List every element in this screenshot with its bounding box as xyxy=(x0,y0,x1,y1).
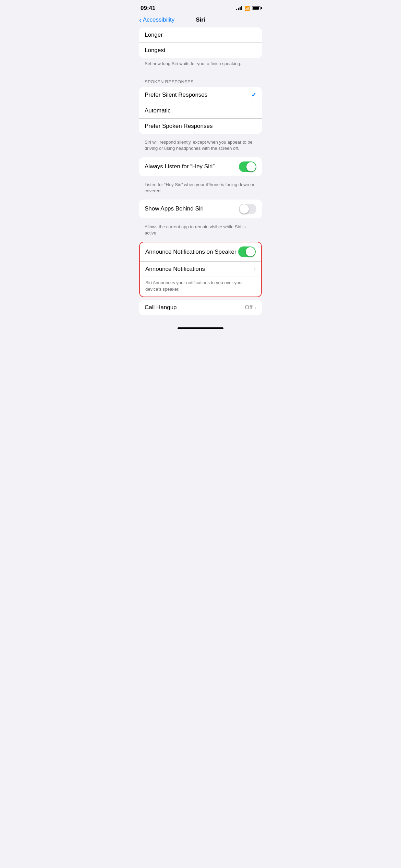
show-apps-card: Show Apps Behind Siri xyxy=(139,200,262,218)
announce-speaker-toggle[interactable] xyxy=(238,246,256,257)
announce-notifications-item[interactable]: Announce Notifications › xyxy=(140,262,261,277)
longest-label: Longest xyxy=(145,47,256,54)
hey-siri-footer: Listen for “Hey Siri” when your iPhone i… xyxy=(134,179,267,200)
chevron-right-icon: › xyxy=(255,304,256,311)
announce-speaker-item[interactable]: Announce Notifications on Speaker xyxy=(140,242,261,262)
call-hangup-value: Off xyxy=(245,304,252,311)
checkmark-icon: ✓ xyxy=(251,91,256,99)
announce-speaker-label: Announce Notifications on Speaker xyxy=(145,249,238,255)
wifi-icon: 📶 xyxy=(244,6,250,11)
status-time: 09:41 xyxy=(141,5,155,12)
top-footer: Set how long Siri waits for you to finis… xyxy=(134,58,267,72)
prefer-silent-item[interactable]: Prefer Silent Responses ✓ xyxy=(139,87,262,103)
nav-header: ‹ Accessibility Siri xyxy=(134,14,267,27)
list-item[interactable]: Longest xyxy=(139,43,262,58)
back-button[interactable]: ‹ Accessibility xyxy=(139,16,174,23)
call-hangup-group: Call Hangup Off › xyxy=(139,300,262,315)
status-bar: 09:41 📶 xyxy=(134,0,267,14)
signal-icon xyxy=(236,6,242,10)
page-title: Siri xyxy=(196,16,205,23)
call-hangup-label: Call Hangup xyxy=(145,304,245,311)
spoken-responses-header: SPOKEN RESPONSES xyxy=(134,72,267,87)
prefer-spoken-label: Prefer Spoken Responses xyxy=(145,123,256,130)
show-apps-group: Show Apps Behind Siri xyxy=(139,200,262,218)
automatic-label: Automatic xyxy=(145,107,256,114)
show-apps-item[interactable]: Show Apps Behind Siri xyxy=(139,200,262,218)
home-indicator xyxy=(134,325,267,330)
hey-siri-item[interactable]: Always Listen for “Hey Siri” xyxy=(139,157,262,176)
battery-icon xyxy=(252,6,260,10)
announce-notifications-label: Announce Notifications xyxy=(145,266,254,273)
announce-footer: Siri Announces your notifications to you… xyxy=(140,277,261,296)
announce-group: Announce Notifications on Speaker Announ… xyxy=(139,242,262,297)
announce-card: Announce Notifications on Speaker Announ… xyxy=(139,242,262,297)
top-partial-card: Longer Longest xyxy=(139,27,262,58)
spoken-responses-card: Prefer Silent Responses ✓ Automatic Pref… xyxy=(139,87,262,134)
automatic-item[interactable]: Automatic xyxy=(139,103,262,119)
back-chevron-icon: ‹ xyxy=(139,16,142,23)
back-label: Accessibility xyxy=(143,16,175,23)
call-hangup-card: Call Hangup Off › xyxy=(139,300,262,315)
list-item[interactable]: Longer xyxy=(139,27,262,43)
chevron-right-icon: › xyxy=(254,266,256,272)
spoken-responses-group: Prefer Silent Responses ✓ Automatic Pref… xyxy=(139,87,262,134)
hey-siri-label: Always Listen for “Hey Siri” xyxy=(145,163,239,170)
spoken-responses-footer: Siri will respond silently, except when … xyxy=(134,136,267,157)
home-bar xyxy=(178,327,223,329)
hey-siri-toggle[interactable] xyxy=(239,161,256,172)
toggle-knob xyxy=(240,204,249,214)
status-icons: 📶 xyxy=(236,6,260,11)
hey-siri-card: Always Listen for “Hey Siri” xyxy=(139,157,262,176)
hey-siri-group: Always Listen for “Hey Siri” xyxy=(139,157,262,176)
prefer-silent-label: Prefer Silent Responses xyxy=(145,92,251,98)
show-apps-toggle[interactable] xyxy=(239,204,256,214)
prefer-spoken-item[interactable]: Prefer Spoken Responses xyxy=(139,119,262,134)
toggle-knob xyxy=(246,247,255,256)
show-apps-label: Show Apps Behind Siri xyxy=(145,205,239,212)
longer-label: Longer xyxy=(145,32,256,38)
call-hangup-item[interactable]: Call Hangup Off › xyxy=(139,300,262,315)
content: Longer Longest Set how long Siri waits f… xyxy=(134,27,267,325)
show-apps-footer: Allows the current app to remain visible… xyxy=(134,221,267,242)
toggle-knob xyxy=(246,162,256,171)
